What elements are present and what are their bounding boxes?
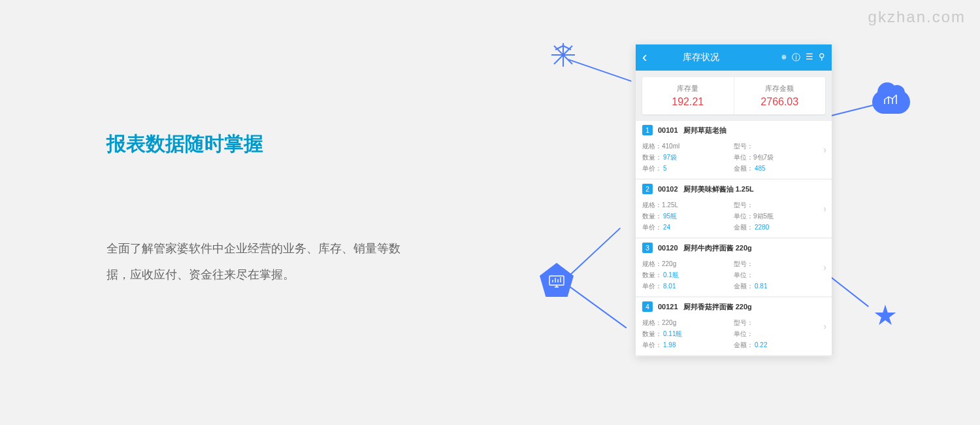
item-name: 厨邦牛肉拌面酱 220g bbox=[683, 243, 752, 253]
amount-field: 金额：0.81 bbox=[734, 282, 825, 291]
app-title: 库存状况 bbox=[621, 52, 781, 63]
list-item[interactable]: 300120厨邦牛肉拌面酱 220g规格：220g型号：数量：0.1瓶单位：单价… bbox=[636, 239, 832, 296]
list-item[interactable]: 400121厨邦香菇拌面酱 220g规格：220g型号：数量：0.11瓶单位：单… bbox=[636, 298, 832, 355]
item-code: 00102 bbox=[658, 185, 678, 193]
qty-field: 数量：0.1瓶 bbox=[642, 271, 734, 280]
price-field: 单价：5 bbox=[642, 164, 734, 173]
monitor-icon bbox=[540, 263, 574, 297]
spec-field: 规格：220g bbox=[642, 318, 734, 328]
spec-field: 规格：220g bbox=[642, 260, 734, 269]
model-field: 型号： bbox=[734, 318, 825, 328]
connector-line bbox=[568, 285, 627, 328]
qty-field: 数量：95瓶 bbox=[642, 212, 734, 221]
list-icon[interactable]: ☰ bbox=[806, 52, 813, 63]
chevron-right-icon: › bbox=[823, 144, 826, 155]
cloud-chart-icon bbox=[872, 84, 911, 115]
item-name: 厨邦美味鲜酱油 1.25L bbox=[683, 184, 754, 194]
index-badge: 3 bbox=[642, 243, 653, 253]
chevron-right-icon: › bbox=[823, 203, 826, 214]
summary-amount[interactable]: 库存金额 2766.03 bbox=[734, 77, 826, 114]
headline: 报表数据随时掌握 bbox=[106, 131, 407, 158]
connector-line bbox=[831, 105, 874, 116]
description: 全面了解管家婆软件中企业经营的业务、库存、销量等数据，应收应付、资金往来尽在掌握… bbox=[106, 236, 407, 288]
price-field: 单价：8.01 bbox=[642, 282, 734, 291]
app-header: ‹ 库存状况 ⎈ ⓘ ☰ ⚲ bbox=[636, 44, 832, 71]
model-field: 型号： bbox=[734, 260, 825, 269]
item-name: 厨邦香菇拌面酱 220g bbox=[683, 302, 752, 312]
amount-field: 金额：2280 bbox=[734, 223, 825, 232]
star-icon bbox=[874, 305, 896, 327]
index-badge: 2 bbox=[642, 184, 653, 194]
connector-line bbox=[828, 275, 869, 307]
chevron-right-icon: › bbox=[823, 262, 826, 273]
summary-value: 192.21 bbox=[642, 96, 734, 108]
unit-field: 单位：9包7袋 bbox=[734, 153, 825, 162]
watermark: gkzhan.com bbox=[868, 8, 966, 26]
spec-field: 规格：410ml bbox=[642, 142, 734, 151]
unit-field: 单位： bbox=[734, 271, 825, 280]
summary-qty[interactable]: 库存量 192.21 bbox=[642, 77, 734, 114]
spec-field: 规格：1.25L bbox=[642, 201, 734, 210]
amount-field: 金额：485 bbox=[734, 164, 825, 173]
amount-field: 金额：0.22 bbox=[734, 341, 825, 350]
index-badge: 1 bbox=[642, 125, 653, 135]
app-screen: ‹ 库存状况 ⎈ ⓘ ☰ ⚲ 库存量 192.21 库存金额 2766.03 1… bbox=[636, 44, 832, 356]
item-name: 厨邦草菇老抽 bbox=[683, 126, 727, 135]
price-field: 单价：1.98 bbox=[642, 341, 734, 350]
model-field: 型号： bbox=[734, 142, 825, 151]
svg-rect-6 bbox=[549, 276, 564, 285]
item-code: 00120 bbox=[658, 244, 678, 252]
scan-icon[interactable]: ⎈ bbox=[781, 52, 787, 63]
connector-line bbox=[569, 228, 621, 276]
summary-label: 库存金额 bbox=[734, 84, 826, 94]
list-item[interactable]: 100101厨邦草菇老抽规格：410ml型号：数量：97袋单位：9包7袋单价：5… bbox=[636, 121, 832, 178]
index-badge: 4 bbox=[642, 301, 653, 312]
summary-value: 2766.03 bbox=[734, 96, 826, 108]
qty-field: 数量：97袋 bbox=[642, 153, 734, 162]
unit-field: 单位： bbox=[734, 330, 825, 339]
marketing-text: 报表数据随时掌握 全面了解管家婆软件中企业经营的业务、库存、销量等数据，应收应付… bbox=[106, 131, 407, 288]
item-code: 00101 bbox=[658, 126, 678, 134]
model-field: 型号： bbox=[734, 201, 825, 210]
info-icon[interactable]: ⓘ bbox=[792, 52, 800, 63]
price-field: 单价：24 bbox=[642, 223, 734, 232]
list-item[interactable]: 200102厨邦美味鲜酱油 1.25L规格：1.25L型号：数量：95瓶单位：9… bbox=[636, 180, 832, 237]
summary-card: 库存量 192.21 库存金额 2766.03 bbox=[642, 77, 825, 114]
item-code: 00121 bbox=[658, 303, 678, 311]
qty-field: 数量：0.11瓶 bbox=[642, 330, 734, 339]
unit-field: 单位：9箱5瓶 bbox=[734, 212, 825, 221]
inventory-list: 100101厨邦草菇老抽规格：410ml型号：数量：97袋单位：9包7袋单价：5… bbox=[636, 121, 832, 355]
burst-icon bbox=[551, 43, 575, 67]
search-icon[interactable]: ⚲ bbox=[819, 52, 825, 63]
chevron-right-icon: › bbox=[823, 321, 826, 332]
summary-label: 库存量 bbox=[642, 84, 734, 94]
